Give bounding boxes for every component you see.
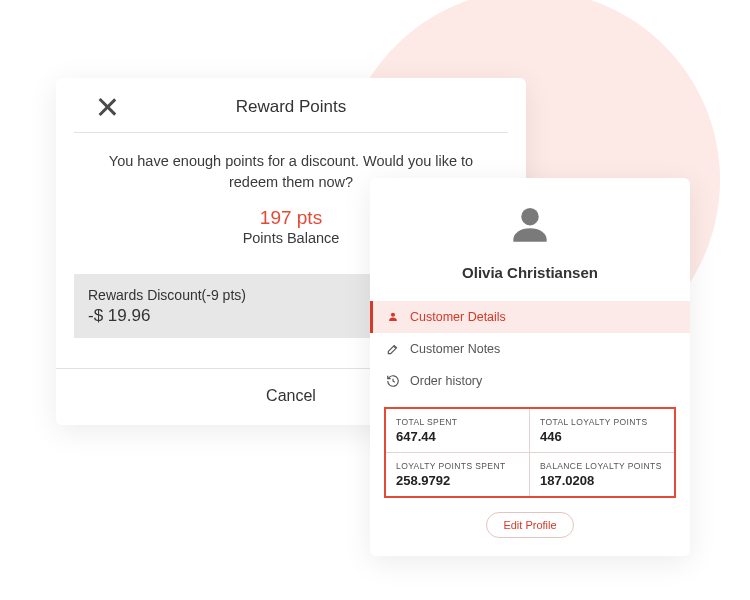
customer-panel: Olivia Christiansen Customer Details Cus… [370, 178, 690, 556]
stat-total-spent: TOTAL SPENT 647.44 [386, 409, 530, 453]
stat-label: TOTAL SPENT [396, 417, 519, 427]
history-icon [386, 374, 400, 388]
stat-label: LOYALTY POINTS SPENT [396, 461, 519, 471]
avatar-icon [505, 200, 555, 254]
tab-label: Order history [410, 374, 482, 388]
stat-label: BALANCE LOYALTY POINTS [540, 461, 664, 471]
customer-tabs: Customer Details Customer Notes Order hi… [370, 301, 690, 397]
edit-profile-button[interactable]: Edit Profile [486, 512, 573, 538]
stat-label: TOTAL LOYALTY POINTS [540, 417, 664, 427]
stat-value: 446 [540, 429, 664, 444]
svg-point-1 [391, 313, 395, 317]
tab-order-history[interactable]: Order history [370, 365, 690, 397]
tab-label: Customer Notes [410, 342, 500, 356]
stat-points-spent: LOYALTY POINTS SPENT 258.9792 [386, 453, 530, 496]
edit-icon [386, 342, 400, 356]
tab-customer-notes[interactable]: Customer Notes [370, 333, 690, 365]
close-icon[interactable] [96, 96, 118, 118]
stat-value: 258.9792 [396, 473, 519, 488]
tab-customer-details[interactable]: Customer Details [370, 301, 690, 333]
person-icon [386, 310, 400, 324]
stat-balance-points: BALANCE LOYALTY POINTS 187.0208 [530, 453, 674, 496]
discount-label: Rewards Discount(-9 pts) [88, 287, 398, 303]
stat-value: 187.0208 [540, 473, 664, 488]
rewards-title: Reward Points [96, 97, 486, 117]
stat-value: 647.44 [396, 429, 519, 444]
customer-stats: TOTAL SPENT 647.44 TOTAL LOYALTY POINTS … [384, 407, 676, 498]
svg-point-0 [521, 208, 539, 226]
rewards-header: Reward Points [74, 78, 508, 133]
stat-total-points: TOTAL LOYALTY POINTS 446 [530, 409, 674, 453]
tab-label: Customer Details [410, 310, 506, 324]
discount-amount: -$ 19.96 [88, 306, 398, 326]
customer-name: Olivia Christiansen [370, 264, 690, 281]
cancel-button[interactable]: Cancel [266, 387, 316, 405]
